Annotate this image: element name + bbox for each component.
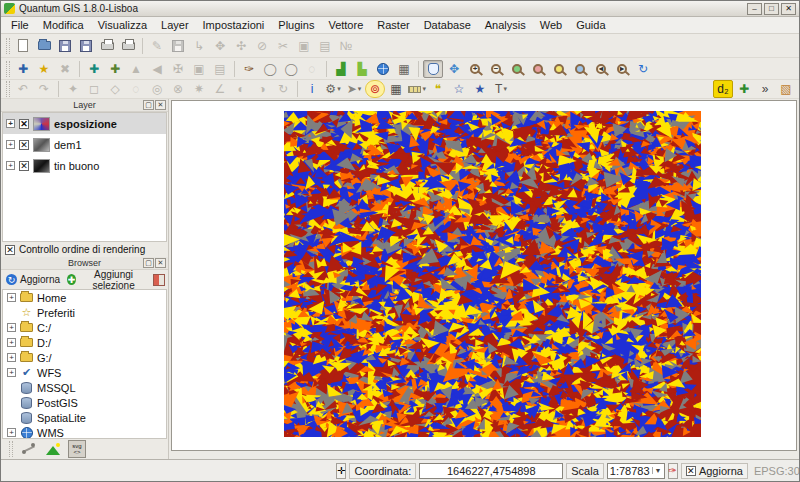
identify-features[interactable]: i [302, 80, 322, 98]
add-spatialite-layer[interactable]: ✚ [84, 60, 104, 78]
profile-line-tool[interactable] [19, 440, 39, 458]
zoom-last[interactable]: ◂ [591, 60, 611, 78]
filter-columns-icon[interactable] [153, 274, 165, 286]
measure-hover-tool[interactable]: ⊚ [365, 80, 385, 98]
annotation-tag-1[interactable]: ◯ [260, 60, 280, 78]
tree-item-mssql[interactable]: MSSQL [3, 380, 166, 395]
expand-icon[interactable]: + [6, 161, 15, 170]
new-project[interactable] [13, 37, 33, 55]
print[interactable] [118, 37, 138, 55]
map-view[interactable] [171, 100, 797, 451]
globe-plugin[interactable] [373, 60, 393, 78]
stop-render-button[interactable]: ✑ [668, 463, 678, 479]
layers-panel-close-button[interactable]: ✕ [155, 100, 166, 110]
menu-impostazioni[interactable]: Impostazioni [197, 18, 271, 32]
expand-icon[interactable]: + [6, 119, 15, 128]
minimize-button[interactable]: – [747, 3, 762, 15]
tree-item-preferiti[interactable]: ☆Preferiti [3, 305, 166, 320]
expand-icon[interactable]: + [7, 368, 16, 377]
open-project[interactable] [34, 37, 54, 55]
expand-icon[interactable]: + [7, 323, 16, 332]
menu-layer[interactable]: Layer [155, 18, 195, 32]
toolbar-overflow[interactable]: » [755, 80, 775, 98]
browser-panel-float-button[interactable]: ▢ [143, 258, 154, 268]
decoration-tool[interactable]: ✑ [239, 60, 259, 78]
layer-visibility-checkbox[interactable]: ✕ [19, 161, 29, 171]
zoom-to-selection[interactable] [528, 60, 548, 78]
menu-database[interactable]: Database [418, 18, 477, 32]
add-vector-layer[interactable]: ✚ [13, 60, 33, 78]
zoom-native-resolution[interactable] [507, 60, 527, 78]
layer-row-tin-buono[interactable]: +✕tin buono [3, 155, 166, 176]
expand-icon[interactable]: + [7, 428, 16, 437]
tree-item-g[interactable]: +G:/ [3, 350, 166, 365]
tree-item-wfs[interactable]: +✔WFS [3, 365, 166, 380]
layer-row-dem1[interactable]: +✕dem1 [3, 134, 166, 155]
text-annotation[interactable]: T [491, 80, 511, 98]
save-project[interactable] [55, 37, 75, 55]
menu-visualizza[interactable]: Visualizza [92, 18, 153, 32]
menu-modifica[interactable]: Modifica [37, 18, 90, 32]
render-checkbox[interactable]: ✕ [686, 466, 696, 476]
render-toggle[interactable]: ✕ Aggiorna [681, 463, 748, 479]
expand-icon[interactable]: + [6, 140, 15, 149]
tree-item-c[interactable]: +C:/ [3, 320, 166, 335]
layer-row-esposizione[interactable]: +✕esposizione [3, 113, 166, 134]
gps-tool[interactable]: ✚ [734, 80, 754, 98]
terrain-profile-2[interactable]: ▙ [352, 60, 372, 78]
pan-map[interactable] [423, 60, 443, 78]
add-postgis-layer[interactable]: ✚ [105, 60, 125, 78]
pan-to-selection[interactable]: ✥ [444, 60, 464, 78]
expand-icon[interactable]: + [7, 293, 16, 302]
measure-line[interactable] [407, 80, 427, 98]
extent-toggle-button[interactable]: ✛ [336, 463, 346, 479]
dem-terrain-tool[interactable] [43, 440, 63, 458]
map-raster-esposizione[interactable] [284, 111, 701, 437]
render-order-checkbox[interactable]: ✕ [5, 245, 15, 255]
show-bookmarks[interactable]: ★ [470, 80, 490, 98]
browser-panel-close-button[interactable]: ✕ [155, 258, 166, 268]
expand-icon[interactable]: + [7, 338, 16, 347]
map-refresh[interactable]: ↻ [633, 60, 653, 78]
new-print-composer[interactable] [97, 37, 117, 55]
zoom-next[interactable]: ▸ [612, 60, 632, 78]
layer-visibility-checkbox[interactable]: ✕ [19, 119, 29, 129]
layer-visibility-checkbox[interactable]: ✕ [19, 140, 29, 150]
restore-button[interactable]: □ [764, 3, 779, 15]
add-raster-layer[interactable]: ★ [34, 60, 54, 78]
scale-select[interactable]: 1:78783 ▼ [607, 463, 665, 479]
menu-raster[interactable]: Raster [371, 18, 415, 32]
zoom-out[interactable]: − [486, 60, 506, 78]
annotation-tag-2[interactable]: ◯ [281, 60, 301, 78]
tree-item-home[interactable]: +Home [3, 290, 166, 305]
map-tips[interactable]: ❝ [428, 80, 448, 98]
expand-icon[interactable]: + [7, 353, 16, 362]
menu-web[interactable]: Web [534, 18, 568, 32]
menu-analysis[interactable]: Analysis [479, 18, 532, 32]
menu-file[interactable]: File [5, 18, 35, 32]
coordinate-input[interactable] [419, 463, 563, 479]
run-feature-action[interactable]: ➤ [344, 80, 364, 98]
tree-item-d[interactable]: +D:/ [3, 335, 166, 350]
add-selection-button[interactable]: ✚ Aggiungi selezione [65, 268, 150, 292]
layers-panel-float-button[interactable]: ▢ [143, 100, 154, 110]
tree-item-wms[interactable]: +WMS [3, 425, 166, 439]
new-bookmark[interactable]: ☆ [449, 80, 469, 98]
menu-guida[interactable]: Guida [570, 18, 611, 32]
close-button[interactable]: ✕ [781, 3, 796, 15]
old-labeling-tool[interactable]: d₂ [713, 80, 733, 98]
raster-grid-tool[interactable]: ▦ [394, 60, 414, 78]
open-attribute-table[interactable]: ▦ [386, 80, 406, 98]
terrain-profile-1[interactable]: ▟ [331, 60, 351, 78]
refresh-browser-button[interactable]: ↻ Aggiorna [4, 273, 62, 286]
save-project-as[interactable] [76, 37, 96, 55]
menu-plugins[interactable]: Plugins [272, 18, 320, 32]
zoom-to-layer[interactable] [549, 60, 569, 78]
zoom-in[interactable]: + [465, 60, 485, 78]
tree-item-postgis[interactable]: PostGIS [3, 395, 166, 410]
tree-item-spatialite[interactable]: SpatiaLite [3, 410, 166, 425]
zoom-full-extent[interactable] [570, 60, 590, 78]
menu-vettore[interactable]: Vettore [322, 18, 369, 32]
evis-plugin[interactable]: ▧ [776, 80, 796, 98]
svg-annotation-tool[interactable]: svg<> [67, 440, 87, 458]
